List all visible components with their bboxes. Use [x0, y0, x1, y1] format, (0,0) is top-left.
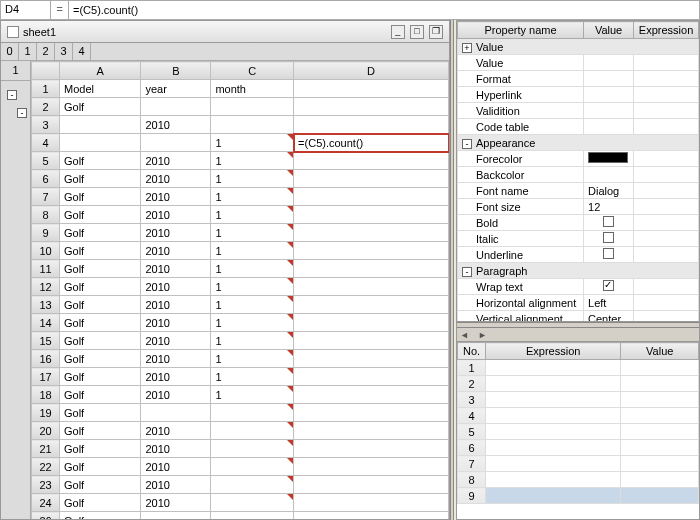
cell-B14[interactable]: 2010: [141, 314, 211, 332]
cell-C16[interactable]: 1: [211, 350, 294, 368]
cell-B7[interactable]: 2010: [141, 188, 211, 206]
cell-C9[interactable]: 1: [211, 224, 294, 242]
cell-C12[interactable]: 1: [211, 278, 294, 296]
row-header[interactable]: 20: [32, 422, 60, 440]
cell-A16[interactable]: Golf: [60, 350, 141, 368]
property-value[interactable]: [584, 215, 634, 231]
cell-C6[interactable]: 1: [211, 170, 294, 188]
expr-row-number[interactable]: 7: [458, 456, 486, 472]
cell-A26[interactable]: Golf: [60, 512, 141, 520]
property-expression[interactable]: [634, 311, 699, 323]
expr-row-number[interactable]: 6: [458, 440, 486, 456]
cell-B20[interactable]: 2010: [141, 422, 211, 440]
expr-cell-value[interactable]: [621, 472, 699, 488]
cell-B12[interactable]: 2010: [141, 278, 211, 296]
property-value[interactable]: [584, 247, 634, 263]
group-toggle-icon[interactable]: +: [462, 43, 472, 53]
cell-C18[interactable]: 1: [211, 386, 294, 404]
property-value[interactable]: [584, 231, 634, 247]
cell-C13[interactable]: 1: [211, 296, 294, 314]
expr-col-expression[interactable]: Expression: [486, 343, 621, 360]
cell-A22[interactable]: Golf: [60, 458, 141, 476]
cell-B15[interactable]: 2010: [141, 332, 211, 350]
cell-A8[interactable]: Golf: [60, 206, 141, 224]
property-expression[interactable]: [634, 199, 699, 215]
expr-cell-value[interactable]: [621, 360, 699, 376]
expr-row-number[interactable]: 4: [458, 408, 486, 424]
property-value[interactable]: Left: [584, 295, 634, 311]
expr-cell-expression[interactable]: [486, 392, 621, 408]
property-value[interactable]: Center: [584, 311, 634, 323]
cell-A18[interactable]: Golf: [60, 386, 141, 404]
cell-C22[interactable]: [211, 458, 294, 476]
cell-A1[interactable]: Model: [60, 80, 141, 98]
outline-level-4[interactable]: 4: [73, 43, 91, 60]
cell-C3[interactable]: [211, 116, 294, 134]
row-header[interactable]: 24: [32, 494, 60, 512]
expr-cell-value[interactable]: [621, 424, 699, 440]
expr-cell-expression[interactable]: [486, 472, 621, 488]
props-col-expression[interactable]: Expression: [634, 22, 699, 39]
select-all-corner[interactable]: [32, 62, 60, 80]
cell-C11[interactable]: 1: [211, 260, 294, 278]
maximize-icon[interactable]: □: [410, 25, 424, 39]
cell-A12[interactable]: Golf: [60, 278, 141, 296]
row-header[interactable]: 11: [32, 260, 60, 278]
cell-A19[interactable]: Golf: [60, 404, 141, 422]
cell-D24[interactable]: [294, 494, 449, 512]
cell-C23[interactable]: [211, 476, 294, 494]
props-col-value[interactable]: Value: [584, 22, 634, 39]
outline-level-2[interactable]: 2: [37, 43, 55, 60]
cell-reference-box[interactable]: D4: [1, 1, 51, 19]
property-value[interactable]: Dialog: [584, 183, 634, 199]
cell-A11[interactable]: Golf: [60, 260, 141, 278]
cell-D15[interactable]: [294, 332, 449, 350]
cell-D6[interactable]: [294, 170, 449, 188]
cell-A13[interactable]: Golf: [60, 296, 141, 314]
cell-B3[interactable]: 2010: [141, 116, 211, 134]
expr-cell-expression[interactable]: [486, 488, 621, 504]
cell-D20[interactable]: [294, 422, 449, 440]
cell-B1[interactable]: year: [141, 80, 211, 98]
cell-A4[interactable]: [60, 134, 141, 152]
cell-B4[interactable]: [141, 134, 211, 152]
cell-B9[interactable]: 2010: [141, 224, 211, 242]
cell-A2[interactable]: Golf: [60, 98, 141, 116]
property-expression[interactable]: [634, 295, 699, 311]
expr-row-number[interactable]: 3: [458, 392, 486, 408]
property-value[interactable]: [584, 55, 634, 71]
restore-icon[interactable]: ❐: [429, 25, 443, 39]
cell-D19[interactable]: [294, 404, 449, 422]
row-header[interactable]: 21: [32, 440, 60, 458]
cell-B21[interactable]: 2010: [141, 440, 211, 458]
expr-col-no[interactable]: No.: [458, 343, 486, 360]
cell-D5[interactable]: [294, 152, 449, 170]
row-header[interactable]: 16: [32, 350, 60, 368]
cell-B6[interactable]: 2010: [141, 170, 211, 188]
property-value[interactable]: [584, 151, 634, 167]
cell-C1[interactable]: month: [211, 80, 294, 98]
expr-cell-expression[interactable]: [486, 440, 621, 456]
cell-C14[interactable]: 1: [211, 314, 294, 332]
expr-cell-value[interactable]: [621, 488, 699, 504]
property-value[interactable]: [584, 103, 634, 119]
row-header[interactable]: 14: [32, 314, 60, 332]
row-header[interactable]: 9: [32, 224, 60, 242]
cell-B8[interactable]: 2010: [141, 206, 211, 224]
expr-row-number[interactable]: 5: [458, 424, 486, 440]
cell-D12[interactable]: [294, 278, 449, 296]
cell-A14[interactable]: Golf: [60, 314, 141, 332]
cell-D13[interactable]: [294, 296, 449, 314]
cell-A20[interactable]: Golf: [60, 422, 141, 440]
expr-cell-value[interactable]: [621, 440, 699, 456]
nav-next-icon[interactable]: ►: [475, 330, 490, 340]
expr-cell-expression[interactable]: [486, 456, 621, 472]
row-header[interactable]: 15: [32, 332, 60, 350]
property-expression[interactable]: [634, 55, 699, 71]
expr-cell-expression[interactable]: [486, 424, 621, 440]
cell-D14[interactable]: [294, 314, 449, 332]
cell-D18[interactable]: [294, 386, 449, 404]
property-expression[interactable]: [634, 183, 699, 199]
props-col-property-name[interactable]: Property name: [458, 22, 584, 39]
cell-D1[interactable]: [294, 80, 449, 98]
